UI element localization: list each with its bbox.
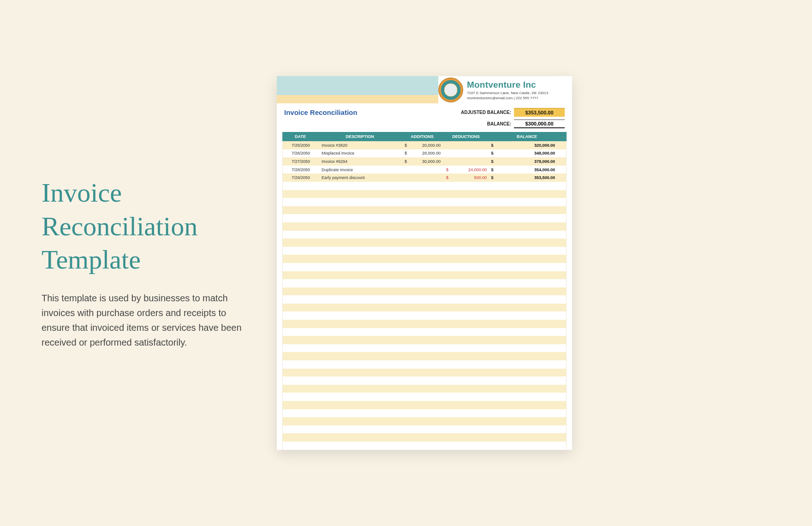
cell-balance: 348,000.00 bbox=[495, 151, 560, 155]
table-row-empty bbox=[282, 271, 567, 280]
hdr-deductions: DEDUCTIONS bbox=[443, 134, 489, 139]
table-row-empty bbox=[282, 255, 567, 263]
table-row-empty bbox=[282, 433, 567, 442]
hdr-date: DATE bbox=[282, 134, 318, 139]
cell-balance: 320,000.00 bbox=[495, 143, 560, 148]
cell-date: 7/29/2050 bbox=[283, 175, 319, 180]
table-row-empty bbox=[282, 214, 567, 222]
spreadsheet-preview: Montventure Inc 7107 E Sammerson Lane, N… bbox=[277, 76, 572, 450]
page-description: This template is used by businesses to m… bbox=[42, 291, 245, 350]
table-row-empty bbox=[282, 336, 567, 344]
cell-description: Early payment discount bbox=[319, 175, 402, 180]
company-block: Montventure Inc 7107 E Sammerson Lane, N… bbox=[438, 76, 572, 103]
company-name: Montventure Inc bbox=[467, 80, 548, 90]
table-row-empty bbox=[282, 182, 567, 190]
balance-row: BALANCE: $300,000.00 bbox=[277, 119, 572, 132]
table-row-empty bbox=[282, 369, 567, 377]
table-row-empty bbox=[282, 311, 567, 320]
cell-date: 7/27/2050 bbox=[283, 159, 319, 164]
cell-balance: 354,000.00 bbox=[495, 167, 560, 172]
table-row-empty bbox=[282, 393, 567, 401]
table-row: 7/26/2050Misplaced invoice$28,000.00$348… bbox=[282, 149, 567, 158]
cell-addition: $20,000.00 bbox=[402, 143, 443, 148]
cell-date: 7/25/2050 bbox=[283, 143, 319, 148]
cell-description: Invoice #6294 bbox=[319, 159, 402, 164]
table-row-empty bbox=[282, 401, 567, 409]
adjusted-balance-label: ADJUSTED BALANCE: bbox=[461, 110, 511, 115]
company-logo-icon bbox=[438, 78, 463, 102]
table-row-empty bbox=[282, 425, 567, 434]
table-row-empty bbox=[282, 385, 567, 393]
table-row-empty bbox=[282, 417, 567, 425]
title-row: Invoice Reconciliation ADJUSTED BALANCE:… bbox=[277, 103, 572, 119]
table-row-empty bbox=[282, 409, 567, 418]
table-row-empty bbox=[282, 328, 567, 336]
table-row-empty bbox=[282, 231, 567, 239]
cell-description: Invoice #3820 bbox=[319, 143, 402, 148]
table-row-empty bbox=[282, 344, 567, 353]
table-row: 7/27/2050Invoice #6294$30,000.00$378,000… bbox=[282, 157, 567, 166]
cell-balance-dollar: $ bbox=[490, 143, 495, 148]
banner-stripes bbox=[277, 76, 438, 103]
cell-deduction: $500.00 bbox=[443, 175, 490, 180]
cell-balance-dollar: $ bbox=[490, 167, 495, 172]
table-row-empty bbox=[282, 239, 567, 247]
table-row-empty bbox=[282, 279, 567, 287]
cell-date: 7/26/2050 bbox=[283, 151, 319, 155]
cell-addition: $30,000.00 bbox=[402, 159, 443, 164]
header-banner: Montventure Inc 7107 E Sammerson Lane, N… bbox=[277, 76, 572, 103]
table-row-empty bbox=[282, 206, 567, 215]
table-row-empty bbox=[282, 304, 567, 312]
sheet-title: Invoice Reconciliation bbox=[284, 108, 357, 116]
table-row-empty bbox=[282, 352, 567, 360]
table-row-empty bbox=[282, 247, 567, 255]
left-panel: Invoice Reconciliation Template This tem… bbox=[42, 176, 245, 350]
table-row-empty bbox=[282, 442, 567, 450]
reconciliation-grid: DATE DESCRIPTION ADDITIONS DEDUCTIONS BA… bbox=[277, 132, 572, 450]
balance-value: $300,000.00 bbox=[514, 120, 565, 128]
cell-balance: 353,500.00 bbox=[495, 175, 560, 180]
hdr-description: DESCRIPTION bbox=[318, 134, 401, 139]
adjusted-balance-value: $353,500.00 bbox=[514, 108, 565, 117]
cell-date: 7/28/2050 bbox=[283, 167, 319, 172]
table-row-empty bbox=[282, 287, 567, 296]
hdr-balance: BALANCE bbox=[495, 134, 559, 139]
table-row: 7/25/2050Invoice #3820$20,000.00$320,000… bbox=[282, 141, 567, 149]
cell-balance-dollar: $ bbox=[490, 175, 495, 180]
cell-balance: 378,000.00 bbox=[495, 159, 560, 164]
table-row: 7/29/2050Early payment discount$500.00$3… bbox=[282, 173, 567, 182]
table-header: DATE DESCRIPTION ADDITIONS DEDUCTIONS BA… bbox=[282, 132, 567, 141]
company-address: 7107 E Sammerson Lane, New Castle, DE 23… bbox=[467, 91, 548, 95]
company-contact: montventureinc@email.com | 222 555 7777 bbox=[467, 96, 548, 100]
balance-label: BALANCE: bbox=[487, 121, 511, 126]
table-row-empty bbox=[282, 320, 567, 328]
cell-addition: $28,000.00 bbox=[402, 151, 443, 155]
table-row-empty bbox=[282, 198, 567, 206]
cell-balance-dollar: $ bbox=[490, 159, 495, 164]
table-row-empty bbox=[282, 360, 567, 369]
table-row: 7/28/2050Duplicate invoice$24,000.00$354… bbox=[282, 166, 567, 174]
table-row-empty bbox=[282, 190, 567, 198]
hdr-additions: ADDITIONS bbox=[401, 134, 443, 139]
page-title: Invoice Reconciliation Template bbox=[42, 176, 245, 277]
table-row-empty bbox=[282, 295, 567, 304]
table-row-empty bbox=[282, 222, 567, 231]
cell-balance-dollar: $ bbox=[490, 151, 495, 155]
table-row-empty bbox=[282, 377, 567, 385]
cell-deduction: $24,000.00 bbox=[443, 167, 490, 172]
table-row-empty bbox=[282, 263, 567, 271]
cell-description: Duplicate invoice bbox=[319, 167, 402, 172]
cell-description: Misplaced invoice bbox=[319, 151, 402, 155]
